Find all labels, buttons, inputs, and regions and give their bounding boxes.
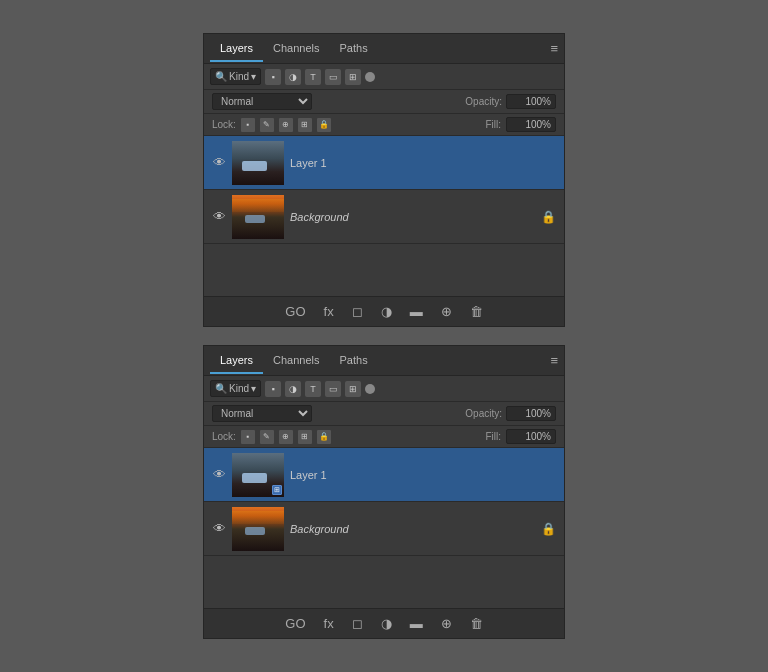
filter-smart-icon-2[interactable]: ⊞: [345, 381, 361, 397]
lock-pixels-btn-1[interactable]: ▪: [241, 118, 255, 132]
fill-label-2: Fill:: [485, 431, 501, 442]
group-btn-panel1[interactable]: ▬: [406, 302, 427, 321]
tab-paths-1[interactable]: Paths: [330, 36, 378, 62]
filter-pixel-icon-1[interactable]: ▪: [265, 69, 281, 85]
tab-channels-1[interactable]: Channels: [263, 36, 329, 62]
layers-list-2: 👁 ⊞ Layer 1 👁 Background 🔒: [204, 448, 564, 608]
filter-smart-icon-1[interactable]: ⊞: [345, 69, 361, 85]
smart-object-badge-panel2: ⊞: [272, 485, 282, 495]
filter-shape-icon-1[interactable]: ▭: [325, 69, 341, 85]
tab-bar-1: Layers Channels Paths ≡: [204, 34, 564, 64]
tab-paths-2[interactable]: Paths: [330, 348, 378, 374]
eye-icon-bg-panel2[interactable]: 👁: [212, 521, 226, 536]
mask-btn-panel1[interactable]: ◻: [348, 302, 367, 321]
thumb-scene1: [232, 141, 284, 185]
lock-pixels-btn-2[interactable]: ▪: [241, 430, 255, 444]
tab-layers-1[interactable]: Layers: [210, 36, 263, 62]
group-btn-panel2[interactable]: ▬: [406, 614, 427, 633]
kind-label-2: Kind: [229, 383, 249, 394]
empty-area-panel2: [204, 556, 564, 606]
kind-filter-2[interactable]: 🔍 Kind ▾: [210, 380, 261, 397]
eye-icon-bg-panel1[interactable]: 👁: [212, 209, 226, 224]
layer-thumb-layer1-panel2: ⊞: [232, 453, 284, 497]
new-layer-btn-panel1[interactable]: ⊕: [437, 302, 456, 321]
thumb-scene2-p2: [232, 507, 284, 551]
lock-row-2: Lock: ▪ ✎ ⊕ ⊞ 🔒 Fill: 100%: [204, 426, 564, 448]
lock-badge-bg-panel1: 🔒: [541, 210, 556, 224]
filter-bar-2: 🔍 Kind ▾ ▪ ◑ T ▭ ⊞: [204, 376, 564, 402]
layers-panel-1: Layers Channels Paths ≡ 🔍 Kind ▾ ▪ ◑ T ▭…: [203, 33, 565, 327]
tab-channels-2[interactable]: Channels: [263, 348, 329, 374]
link-layers-btn-panel2[interactable]: GO: [281, 614, 309, 633]
kind-filter-1[interactable]: 🔍 Kind ▾: [210, 68, 261, 85]
kind-dropdown-arrow-1: ▾: [251, 71, 256, 82]
link-layers-btn-panel1[interactable]: GO: [281, 302, 309, 321]
filter-shape-icon-2[interactable]: ▭: [325, 381, 341, 397]
lock-all-btn-2[interactable]: 🔒: [317, 430, 331, 444]
layer-thumb-bg-panel1: [232, 195, 284, 239]
blend-row-2: Normal Opacity: 100%: [204, 402, 564, 426]
search-icon-2: 🔍: [215, 383, 227, 394]
mask-btn-panel2[interactable]: ◻: [348, 614, 367, 633]
layers-list-1: 👁 Layer 1 👁 Background 🔒: [204, 136, 564, 296]
empty-area-panel1: [204, 244, 564, 294]
layer-name-bg-panel2: Background: [290, 523, 535, 535]
lock-artboard-btn-2[interactable]: ⊞: [298, 430, 312, 444]
layer-item-0-panel1[interactable]: 👁 Layer 1: [204, 136, 564, 190]
layer-thumb-bg-panel2: [232, 507, 284, 551]
layer-name-bg-panel1: Background: [290, 211, 535, 223]
adjustment-btn-panel1[interactable]: ◑: [377, 302, 396, 321]
lock-row-1: Lock: ▪ ✎ ⊕ ⊞ 🔒 Fill: 100%: [204, 114, 564, 136]
lock-badge-bg-panel2: 🔒: [541, 522, 556, 536]
filter-adjust-icon-1[interactable]: ◑: [285, 69, 301, 85]
panel-menu-icon-1[interactable]: ≡: [550, 41, 558, 56]
fx-btn-panel2[interactable]: fx: [320, 614, 338, 633]
bottom-bar-panel1: GO fx ◻ ◑ ▬ ⊕ 🗑: [204, 296, 564, 326]
opacity-label-2: Opacity:: [465, 408, 502, 419]
layer-item-1-panel1[interactable]: 👁 Background 🔒: [204, 190, 564, 244]
lock-position-btn-2[interactable]: ✎: [260, 430, 274, 444]
eye-icon-layer1-panel2[interactable]: 👁: [212, 467, 226, 482]
filter-toggle-dot-1[interactable]: [365, 72, 375, 82]
eye-icon-layer1-panel1[interactable]: 👁: [212, 155, 226, 170]
lock-artboard-btn-1[interactable]: ⊞: [298, 118, 312, 132]
lock-label-2: Lock:: [212, 431, 236, 442]
tab-layers-2[interactable]: Layers: [210, 348, 263, 374]
layer-thumb-layer1-panel1: [232, 141, 284, 185]
filter-type-icon-1[interactable]: T: [305, 69, 321, 85]
lock-all-btn-1[interactable]: 🔒: [317, 118, 331, 132]
adjustment-btn-panel2[interactable]: ◑: [377, 614, 396, 633]
opacity-label-1: Opacity:: [465, 96, 502, 107]
fill-value-2[interactable]: 100%: [506, 429, 556, 444]
lock-transform-btn-2[interactable]: ⊕: [279, 430, 293, 444]
lock-label-1: Lock:: [212, 119, 236, 130]
new-layer-btn-panel2[interactable]: ⊕: [437, 614, 456, 633]
filter-toggle-dot-2[interactable]: [365, 384, 375, 394]
delete-btn-panel2[interactable]: 🗑: [466, 614, 487, 633]
fill-label-1: Fill:: [485, 119, 501, 130]
fx-btn-panel1[interactable]: fx: [320, 302, 338, 321]
layer-name-layer1-panel1: Layer 1: [290, 157, 556, 169]
kind-label-1: Kind: [229, 71, 249, 82]
opacity-value-1[interactable]: 100%: [506, 94, 556, 109]
lock-position-btn-1[interactable]: ✎: [260, 118, 274, 132]
kind-dropdown-arrow-2: ▾: [251, 383, 256, 394]
opacity-value-2[interactable]: 100%: [506, 406, 556, 421]
thumb-scene2: [232, 195, 284, 239]
delete-btn-panel1[interactable]: 🗑: [466, 302, 487, 321]
panel-menu-icon-2[interactable]: ≡: [550, 353, 558, 368]
layer-item-1-panel2[interactable]: 👁 Background 🔒: [204, 502, 564, 556]
layers-panel-2: Layers Channels Paths ≡ 🔍 Kind ▾ ▪ ◑ T ▭…: [203, 345, 565, 639]
filter-type-icon-2[interactable]: T: [305, 381, 321, 397]
filter-pixel-icon-2[interactable]: ▪: [265, 381, 281, 397]
lock-transform-btn-1[interactable]: ⊕: [279, 118, 293, 132]
search-icon-1: 🔍: [215, 71, 227, 82]
filter-adjust-icon-2[interactable]: ◑: [285, 381, 301, 397]
blend-row-1: Normal Opacity: 100%: [204, 90, 564, 114]
blend-mode-select-1[interactable]: Normal: [212, 93, 312, 110]
layer-name-layer1-panel2: Layer 1: [290, 469, 556, 481]
filter-bar-1: 🔍 Kind ▾ ▪ ◑ T ▭ ⊞: [204, 64, 564, 90]
layer-item-0-panel2[interactable]: 👁 ⊞ Layer 1: [204, 448, 564, 502]
fill-value-1[interactable]: 100%: [506, 117, 556, 132]
blend-mode-select-2[interactable]: Normal: [212, 405, 312, 422]
